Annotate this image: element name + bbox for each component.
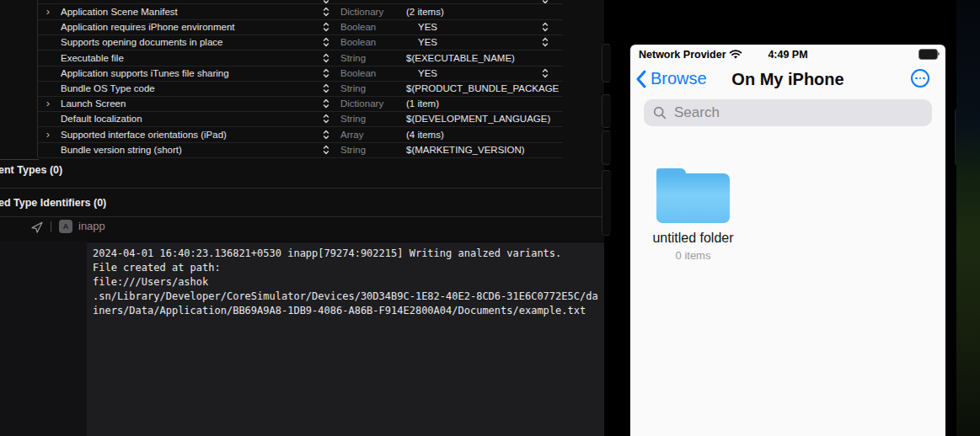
folder-name-label: untitled folder xyxy=(630,231,761,246)
plist-key-label: Executable file xyxy=(61,51,313,66)
plist-key-label: Bundle OS Type code xyxy=(61,81,313,96)
disclosure-spacer xyxy=(41,142,55,157)
plist-type-label: String xyxy=(340,81,401,96)
debug-variables-pane xyxy=(0,242,87,436)
plist-row[interactable]: ›Launch ScreenDictionary(1 item) xyxy=(38,96,563,112)
key-stepper-icon[interactable] xyxy=(320,142,332,157)
value-stepper-icon[interactable] xyxy=(539,35,551,50)
plist-row[interactable]: Executable fileString$(EXECUTABLE_NAME) xyxy=(38,51,563,66)
plist-row[interactable]: ›Supported interface orientations (iPad)… xyxy=(38,127,563,143)
plist-type-label: Array xyxy=(340,127,401,142)
plist-key-label: Launch Screen xyxy=(61,96,313,111)
xcode-window: ›Application Scene ManifestDictionary(2 … xyxy=(0,0,604,436)
divider xyxy=(0,159,39,160)
plist-row[interactable]: Bundle OS Type codeString$(PRODUCT_BUNDL… xyxy=(38,81,563,97)
disclosure-chevron-icon[interactable]: › xyxy=(41,4,55,19)
plist-value: (2 items) xyxy=(406,4,560,19)
simulator-volume-down-button xyxy=(602,130,612,165)
plist-row[interactable]: Bundle version string (short)String$(MAR… xyxy=(38,142,563,158)
plist-type-label: Boolean xyxy=(340,66,401,81)
back-button[interactable]: Browse xyxy=(635,69,707,88)
plist-key-label: Application supports iTunes file sharing xyxy=(61,66,313,81)
plist-row[interactable]: ›Application Scene ManifestDictionary(2 … xyxy=(38,4,563,20)
key-stepper-icon[interactable] xyxy=(320,96,332,111)
desktop-wallpaper xyxy=(956,0,980,436)
plist-type-label: String xyxy=(340,51,401,66)
plist-value[interactable]: YES xyxy=(406,35,560,50)
plist-row[interactable]: Application requires iPhone environmentB… xyxy=(38,19,563,35)
plist-key-label: Bundle version string (short) xyxy=(61,142,313,157)
plist-type-label: Boolean xyxy=(340,19,401,35)
console-log-line: 2024-04-01 16:40:23.136821+0530 inapp[79… xyxy=(93,247,604,261)
plist-type-label: String xyxy=(340,142,401,157)
search-icon xyxy=(653,106,667,120)
folder-item-count: 0 items xyxy=(630,249,761,262)
plist-row[interactable]: Supports opening documents in placeBoole… xyxy=(38,35,563,51)
key-stepper-icon[interactable] xyxy=(320,4,332,19)
disclosure-spacer xyxy=(41,51,55,66)
debug-console-toolbar: A inapp xyxy=(0,217,604,242)
plist-type-label: Boolean xyxy=(340,35,401,50)
battery-icon xyxy=(918,49,940,59)
plist-value: (1 item) xyxy=(406,96,560,111)
key-stepper-icon[interactable] xyxy=(320,51,332,66)
section-document-types: ent Types (0) xyxy=(0,164,62,176)
more-options-button[interactable] xyxy=(911,69,929,88)
disclosure-chevron-icon[interactable]: › xyxy=(41,96,55,111)
plist-key-label: Default localization xyxy=(61,111,313,126)
value-stepper-icon[interactable] xyxy=(539,66,551,81)
back-chevron-icon xyxy=(635,70,646,88)
search-bar[interactable] xyxy=(644,99,932,126)
console-log-line: .sn/Library/Developer/CoreSimulator/Devi… xyxy=(93,290,604,304)
disclosure-spacer xyxy=(41,66,55,81)
console-log-line: iners/Data/Application/BB69A9A8-1DB9-408… xyxy=(93,304,604,318)
disclosure-spacer xyxy=(41,111,55,126)
key-stepper-icon[interactable] xyxy=(320,35,332,50)
divider xyxy=(0,188,604,189)
plist-key-label: Supported interface orientations (iPad) xyxy=(61,127,313,142)
simulator-volume-up-button xyxy=(602,94,612,128)
console-log-line: file:///Users/ashok xyxy=(93,275,604,290)
disclosure-chevron-icon[interactable]: › xyxy=(41,127,55,142)
desktop: ›Application Scene ManifestDictionary(2 … xyxy=(0,0,980,436)
plist-key-label: Supports opening documents in place xyxy=(61,35,313,50)
plist-value[interactable]: YES xyxy=(406,19,560,35)
console-output[interactable]: 2024-04-01 16:40:23.136821+0530 inapp[79… xyxy=(87,242,604,436)
plist-value[interactable]: YES xyxy=(406,66,560,81)
clock-label: 4:49 PM xyxy=(768,49,807,61)
plist-value: $(PRODUCT_BUNDLE_PACKAGE xyxy=(406,81,560,96)
plist-row[interactable]: Default localizationString$(DEVELOPMENT_… xyxy=(38,111,563,127)
plist-value: (4 items) xyxy=(406,127,560,142)
key-stepper-icon[interactable] xyxy=(320,19,332,35)
key-stepper-icon[interactable] xyxy=(320,127,332,142)
plist-value: $(MARKETING_VERSION) xyxy=(406,142,560,157)
simulator-bezel: Network Provider 4:49 PM Browse xyxy=(604,0,956,436)
plist-value: $(DEVELOPMENT_LANGUAGE) xyxy=(406,111,560,126)
plist-row[interactable]: Application supports iTunes file sharing… xyxy=(38,66,563,82)
plist-key-label: Application requires iPhone environment xyxy=(61,19,313,35)
page-title: On My iPhone xyxy=(731,70,843,89)
disclosure-spacer xyxy=(41,19,55,35)
search-input[interactable] xyxy=(672,104,912,122)
files-app-screen: Network Provider 4:49 PM Browse xyxy=(630,45,945,436)
app-icon-badge[interactable]: A xyxy=(59,220,72,233)
key-stepper-icon[interactable] xyxy=(320,81,332,96)
location-arrow-icon[interactable] xyxy=(30,221,44,234)
carrier-label: Network Provider xyxy=(639,49,726,61)
process-name-label: inapp xyxy=(78,220,105,232)
simulator-side-button xyxy=(602,44,612,82)
wifi-icon xyxy=(729,50,742,60)
console-log-line: File created at path: xyxy=(93,261,604,275)
info-plist-table: ›Application Scene ManifestDictionary(2 … xyxy=(37,0,563,157)
plist-type-label: String xyxy=(340,111,401,126)
simulator-side-button xyxy=(602,170,612,236)
plist-key-label: Application Scene Manifest xyxy=(61,4,313,19)
plist-type-label: Dictionary xyxy=(340,4,401,19)
key-stepper-icon[interactable] xyxy=(320,66,332,81)
section-type-identifiers: ed Type Identifiers (0) xyxy=(0,197,106,209)
value-stepper-icon[interactable] xyxy=(539,19,551,35)
plist-value: $(EXECUTABLE_NAME) xyxy=(406,51,560,66)
key-stepper-icon[interactable] xyxy=(320,111,332,126)
plist-type-label: Dictionary xyxy=(340,96,401,111)
divider xyxy=(51,221,51,232)
